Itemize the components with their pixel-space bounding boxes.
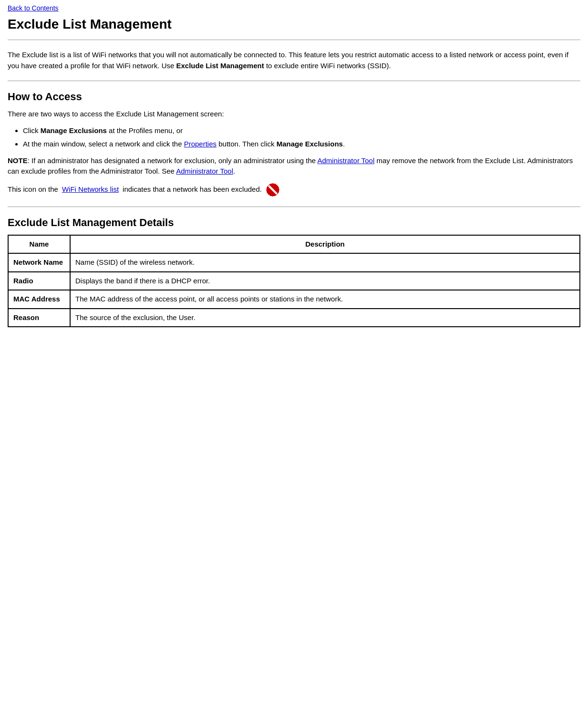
how-to-access-intro: There are two ways to access the Exclude… [8, 109, 580, 120]
excluded-network-icon [266, 183, 280, 197]
icon-line-suffix: indicates that a network has been exclud… [123, 184, 262, 195]
page-title: Exclude List Management [8, 17, 580, 32]
table-row: MAC AddressThe MAC address of the access… [8, 290, 580, 309]
table-row: ReasonThe source of the exclusion, the U… [8, 309, 580, 327]
table-row: Network NameName (SSID) of the wireless … [8, 253, 580, 272]
bullet2-suffix: . [343, 140, 345, 148]
table-cell-description: Displays the band if there is a DHCP err… [70, 272, 580, 290]
table-cell-description: The source of the exclusion, the User. [70, 309, 580, 327]
table-header-row: Name Description [8, 235, 580, 254]
table-cell-name: Network Name [8, 253, 70, 272]
intro-bold-text: Exclude List Management [176, 62, 264, 70]
table-cell-description: The MAC address of the access point, or … [70, 290, 580, 309]
note-section: NOTE: If an administrator has designated… [8, 156, 580, 177]
table-row: RadioDisplays the band if there is a DHC… [8, 272, 580, 290]
admin-tool-link-2[interactable]: Administrator Tool [176, 167, 233, 175]
how-to-access-heading: How to Access [8, 91, 580, 103]
divider-3 [8, 207, 580, 207]
table-cell-name: MAC Address [8, 290, 70, 309]
bullet1-bold: Manage Exclusions [41, 126, 107, 135]
bullet1-prefix: Click [23, 126, 41, 135]
table-cell-name: Radio [8, 272, 70, 290]
intro-text-after-bold: to exclude entire WiFi networks (SSID). [264, 62, 391, 70]
bullet2-middle: button. Then click [217, 140, 277, 148]
icon-line-prefix: This icon on the [8, 184, 58, 195]
list-item-2: At the main window, select a network and… [23, 139, 580, 150]
bottom-spacer [8, 337, 580, 356]
bullet1-suffix: at the Profiles menu, or [107, 126, 183, 135]
table-cell-description: Name (SSID) of the wireless network. [70, 253, 580, 272]
wifi-networks-link[interactable]: WiFi Networks list [62, 184, 119, 195]
admin-tool-link-1[interactable]: Administrator Tool [318, 156, 375, 165]
intro-paragraph: The Exclude list is a list of WiFi netwo… [8, 50, 580, 71]
bullet-list: Click Manage Exclusions at the Profiles … [23, 125, 580, 150]
details-table: Name Description Network NameName (SSID)… [8, 235, 580, 328]
note-colon: : If an administrator has designated a n… [28, 156, 318, 165]
properties-link[interactable]: Properties [184, 140, 217, 148]
details-heading: Exclude List Management Details [8, 217, 580, 229]
col-header-description: Description [70, 235, 580, 254]
back-to-contents-link[interactable]: Back to Contents [8, 4, 59, 12]
bullet2-bold: Manage Exclusions [277, 140, 343, 148]
divider-1 [8, 40, 580, 40]
col-header-name: Name [8, 235, 70, 254]
icon-line: This icon on the WiFi Networks list indi… [8, 183, 580, 197]
note-suffix: . [233, 167, 235, 175]
divider-2 [8, 81, 580, 81]
table-cell-name: Reason [8, 309, 70, 327]
list-item-1: Click Manage Exclusions at the Profiles … [23, 125, 580, 136]
note-label: NOTE [8, 156, 28, 165]
bullet2-prefix: At the main window, select a network and… [23, 140, 184, 148]
